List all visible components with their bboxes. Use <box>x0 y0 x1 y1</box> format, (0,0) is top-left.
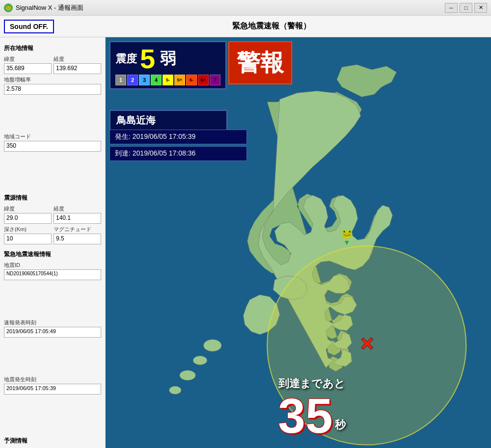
window-title: SignalNow X - 通報画面 <box>16 3 445 12</box>
minimize-button[interactable]: ─ <box>445 3 458 13</box>
epic-lng-field-item: 経度 140.1 <box>54 205 101 224</box>
lng-value: 139.692 <box>54 63 101 74</box>
region-label: 地域コード <box>4 133 101 140</box>
intensity-title-row: 震度 5 弱 <box>115 45 176 73</box>
location-name-box: 鳥島近海 <box>109 110 227 131</box>
occur-time: 発生: 2019/06/05 17:05:39 <box>115 132 195 140</box>
lng-label: 経度 <box>54 55 101 63</box>
svg-text:▼: ▼ <box>343 238 350 246</box>
eq-id-value: ND20190605170544(1) <box>4 269 101 280</box>
location-lat-lng-group: 緯度 35.689 経度 139.692 <box>4 55 101 74</box>
occurrence-time-field-item: 地震発生時刻 2019/06/05 17:05:39 <box>4 376 101 431</box>
window-controls: ─ □ ✕ <box>445 3 487 13</box>
occurrence-time-value: 2019/06/05 17:05:39 <box>4 384 101 395</box>
app-icon: 🐸 <box>4 3 13 12</box>
depth-value: 10 <box>4 234 52 244</box>
countdown-unit: 秒 <box>335 418 346 432</box>
magn-value: 9.5 <box>54 234 101 244</box>
epic-lng-label: 経度 <box>54 205 101 212</box>
title-bar: 🐸 SignalNow X - 通報画面 ─ □ ✕ <box>0 0 491 16</box>
sound-off-button[interactable]: Sound OFF. <box>4 20 54 33</box>
countdown-number: 35 <box>278 391 332 440</box>
intensity-label: 震度 <box>115 52 137 66</box>
svg-point-4 <box>169 386 181 394</box>
intensity-box: 震度 5 弱 12345-5+6-6+7 <box>109 41 226 89</box>
arrival-time: 到達: 2019/06/05 17:08:36 <box>115 149 195 157</box>
main-container: 所在地情報 緯度 35.689 経度 139.692 地盤増幅率 2.578 地… <box>0 37 491 448</box>
region-value: 350 <box>4 141 101 152</box>
arrival-time-box: 到達: 2019/06/05 17:08:36 <box>109 146 247 161</box>
depth-label: 深さ(Km) <box>4 226 52 233</box>
epic-lat-field-item: 緯度 29.0 <box>4 205 52 224</box>
intensity-scale-row: 12345-5+6-6+7 <box>115 75 220 85</box>
report-time-field-item: 速報発表時刻 2019/06/05 17:05:49 <box>4 319 101 374</box>
location-name: 鳥島近海 <box>116 115 156 126</box>
header-row: Sound OFF. 緊急地震速報（警報） <box>0 16 491 37</box>
close-button[interactable]: ✕ <box>474 3 487 13</box>
eq-id-label: 地震ID <box>4 262 101 269</box>
right-panel: ✕ 🐸 ▼ 震度 5 弱 12345-5+6-6+7 警報 <box>106 37 491 448</box>
epic-lat-value: 29.0 <box>4 213 52 224</box>
epic-lat-label: 緯度 <box>4 205 52 212</box>
report-time-value: 2019/06/05 17:05:49 <box>4 327 101 338</box>
ampl-label: 地盤増幅率 <box>4 76 101 83</box>
eew-info-title: 緊急地震速報情報 <box>4 250 101 259</box>
location-info-title: 所在地情報 <box>4 44 101 53</box>
magn-field-item: マグニチュード 9.5 <box>54 226 101 244</box>
main-title: 緊急地震速報（警報） <box>56 21 487 31</box>
svg-point-1 <box>204 340 221 351</box>
lat-label: 緯度 <box>4 55 52 63</box>
lat-field-item: 緯度 35.689 <box>4 55 52 74</box>
maximize-button[interactable]: □ <box>460 3 472 13</box>
occur-time-box: 発生: 2019/06/05 17:05:39 <box>109 130 247 144</box>
eq-id-field-item: 地震ID ND20190605170544(1) <box>4 262 101 316</box>
epic-lat-lng-group: 緯度 29.0 経度 140.1 <box>4 205 101 224</box>
occurrence-time-label: 地震発生時刻 <box>4 376 101 383</box>
ampl-field-item: 地盤増幅率 2.578 <box>4 76 101 131</box>
report-time-label: 速報発表時刻 <box>4 319 101 326</box>
intensity-sub: 弱 <box>160 48 176 70</box>
alert-box: 警報 <box>228 41 292 84</box>
epicenter-info-title: 震源情報 <box>4 194 101 202</box>
epic-lng-value: 140.1 <box>54 213 101 224</box>
map-area: ✕ 🐸 ▼ 震度 5 弱 12345-5+6-6+7 警報 <box>106 37 491 448</box>
magn-label: マグニチュード <box>54 226 101 233</box>
depth-magn-group: 深さ(Km) 10 マグニチュード 9.5 <box>4 226 101 244</box>
lat-value: 35.689 <box>4 63 52 74</box>
alert-label: 警報 <box>237 50 284 76</box>
intensity-number: 5 <box>140 45 155 73</box>
left-panel: 所在地情報 緯度 35.689 経度 139.692 地盤増幅率 2.578 地… <box>0 37 106 448</box>
region-field-item: 地域コード 350 <box>4 133 101 188</box>
depth-field-item: 深さ(Km) 10 <box>4 226 52 244</box>
svg-text:✕: ✕ <box>359 334 374 354</box>
countdown-area: 到達まであと 35 秒 <box>278 376 345 440</box>
lng-field-item: 経度 139.692 <box>54 55 101 74</box>
svg-point-2 <box>193 356 207 365</box>
forecast-info-title: 予測情報 <box>4 437 101 445</box>
svg-point-3 <box>180 370 195 380</box>
ampl-value: 2.578 <box>4 84 101 95</box>
